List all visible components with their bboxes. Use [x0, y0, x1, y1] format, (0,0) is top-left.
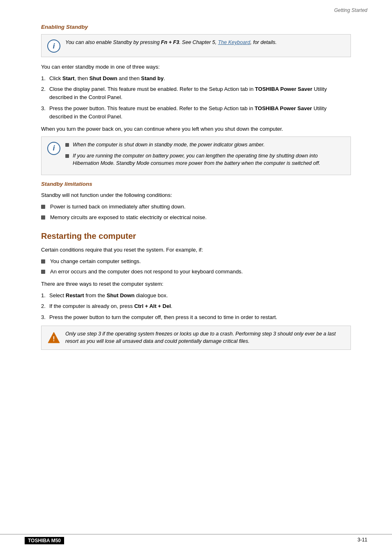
- info-icon: i: [47, 39, 60, 53]
- notes-info-icon: i: [47, 142, 60, 155]
- restarting-bullets: You change certain computer settings. An…: [41, 257, 351, 276]
- restarting-heading: Restarting the computer: [41, 231, 351, 241]
- warning-box-restart: ! Only use step 3 if the operating syste…: [41, 326, 351, 350]
- limitation-2: Memory circuits are exposed to static el…: [41, 213, 351, 222]
- main-content: Enabling Standby i You can also enable S…: [0, 16, 392, 372]
- footer-page-number: 3-11: [357, 537, 367, 544]
- notes-list-standby: When the computer is shut down in standb…: [65, 141, 345, 171]
- restart-bullet-2: An error occurs and the computer does no…: [41, 268, 351, 276]
- note-1: When the computer is shut down in standb…: [65, 141, 345, 149]
- restart-bullet-1: You change certain computer settings.: [41, 257, 351, 266]
- restarting-intro: Certain conditions require that you rese…: [41, 246, 351, 254]
- footer-model: TOSHIBA M50: [25, 537, 64, 544]
- page-footer: TOSHIBA M50 3-11: [0, 534, 392, 547]
- notes-box-standby: i When the computer is shut down in stan…: [41, 136, 351, 175]
- page-container: Getting Started Enabling Standby i You c…: [0, 0, 392, 555]
- restart-step-2: 2. If the computer is already on, press …: [41, 302, 351, 310]
- restarting-steps-intro: There are three ways to reset the comput…: [41, 280, 351, 288]
- limitation-1: Power is turned back on immediately afte…: [41, 203, 351, 211]
- standby-intro: You can enter standby mode in one of thr…: [41, 63, 351, 71]
- note-2: If you are running the computer on batte…: [65, 152, 345, 168]
- page-header: Getting Started: [0, 0, 392, 16]
- restart-step-3: 3. Press the power button to turn the co…: [41, 313, 351, 321]
- restarting-steps-list: 1. Select Restart from the Shut Down dia…: [41, 291, 351, 321]
- standby-steps-list: 1. Click Start, then Shut Down and then …: [41, 74, 351, 121]
- standby-step-1: 1. Click Start, then Shut Down and then …: [41, 74, 351, 83]
- svg-text:!: !: [53, 335, 55, 342]
- header-section-label: Getting Started: [334, 7, 367, 13]
- standby-limitations-intro: Standby will not function under the foll…: [41, 191, 351, 199]
- info-text-fn-f3: You can also enable Standby by pressing …: [65, 39, 277, 46]
- standby-limitations-list: Power is turned back on immediately afte…: [41, 203, 351, 221]
- standby-after-text: When you turn the power back on, you can…: [41, 125, 351, 133]
- warning-icon: !: [47, 331, 60, 344]
- restart-step-1: 1. Select Restart from the Shut Down dia…: [41, 291, 351, 300]
- standby-limitations-heading: Standby limitations: [41, 181, 351, 187]
- standby-step-3: 3. Press the power button. This feature …: [41, 104, 351, 121]
- warning-text-restart: Only use step 3 if the operating system …: [65, 330, 345, 346]
- standby-step-2: 2. Close the display panel. This feature…: [41, 85, 351, 102]
- enabling-standby-heading: Enabling Standby: [41, 24, 351, 30]
- info-box-fn-f3: i You can also enable Standby by pressin…: [41, 34, 351, 57]
